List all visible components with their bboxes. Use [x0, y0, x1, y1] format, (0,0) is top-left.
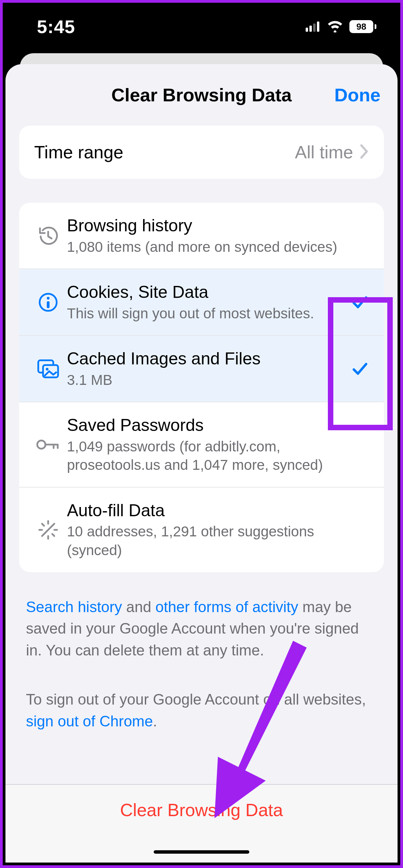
search-history-link[interactable]: Search history — [26, 598, 122, 615]
page-title: Clear Browsing Data — [111, 84, 292, 105]
data-types-card: Browsing history 1,080 items (and more o… — [19, 203, 384, 572]
images-icon — [29, 359, 67, 379]
option-title: Auto-fill Data — [67, 500, 339, 521]
home-indicator — [154, 850, 249, 854]
info-icon — [29, 292, 67, 312]
battery-icon: 98 — [349, 20, 376, 33]
svg-rect-3 — [317, 21, 319, 32]
sheet-header: Clear Browsing Data Done — [5, 64, 398, 126]
modal-sheet: Clear Browsing Data Done Time range All … — [5, 64, 398, 863]
svg-point-10 — [37, 440, 45, 449]
wand-icon — [29, 519, 67, 541]
device-frame: 5:45 98 Clear Browsing Data Done Time r — [3, 3, 400, 865]
cellular-icon — [306, 21, 321, 32]
footer-info-text: Search history and other forms of activi… — [19, 572, 384, 732]
sign-out-chrome-link[interactable]: sign out of Chrome — [26, 713, 153, 729]
key-icon — [29, 436, 67, 453]
option-cached-images[interactable]: Cached Images and Files 3.1 MB — [19, 335, 384, 402]
svg-rect-1 — [309, 26, 312, 32]
checkmark-icon — [346, 360, 374, 378]
other-forms-link[interactable]: other forms of activity — [155, 598, 298, 615]
status-time: 5:45 — [37, 16, 75, 37]
chevron-right-icon — [360, 144, 369, 160]
option-title: Browsing history — [67, 215, 339, 236]
status-bar: 5:45 98 — [3, 3, 400, 50]
status-indicators: 98 — [306, 20, 376, 33]
option-cookies[interactable]: Cookies, Site Data This will sign you ou… — [19, 269, 384, 335]
time-range-card: Time range All time — [19, 126, 384, 179]
clear-browsing-data-button[interactable]: Clear Browsing Data — [120, 800, 283, 820]
svg-point-5 — [47, 297, 50, 300]
history-icon — [29, 225, 67, 247]
option-browsing-history[interactable]: Browsing history 1,080 items (and more o… — [19, 203, 384, 269]
option-subtitle: 1,049 passwords (for adbitly.com, proseo… — [67, 437, 339, 475]
svg-rect-0 — [306, 28, 308, 32]
wifi-icon — [327, 21, 343, 32]
svg-rect-6 — [47, 301, 50, 308]
time-range-value: All time — [295, 142, 353, 162]
option-title: Cached Images and Files — [67, 348, 339, 370]
time-range-row[interactable]: Time range All time — [19, 126, 384, 179]
battery-level: 98 — [357, 21, 366, 32]
option-title: Cookies, Site Data — [67, 281, 339, 303]
done-button[interactable]: Done — [334, 64, 380, 126]
option-subtitle: This will sign you out of most websites. — [67, 304, 339, 323]
option-saved-passwords[interactable]: Saved Passwords 1,049 passwords (for adb… — [19, 402, 384, 487]
option-subtitle: 1,080 items (and more on synced devices) — [67, 238, 339, 257]
checkmark-icon — [346, 293, 374, 311]
svg-point-9 — [46, 368, 48, 371]
svg-rect-2 — [313, 24, 316, 32]
option-title: Saved Passwords — [67, 415, 339, 436]
option-autofill[interactable]: Auto-fill Data 10 addresses, 1,291 other… — [19, 487, 384, 572]
option-subtitle: 3.1 MB — [67, 371, 339, 390]
bottom-toolbar: Clear Browsing Data — [5, 784, 398, 863]
time-range-label: Time range — [34, 142, 123, 162]
option-subtitle: 10 addresses, 1,291 other suggestions (s… — [67, 522, 339, 560]
